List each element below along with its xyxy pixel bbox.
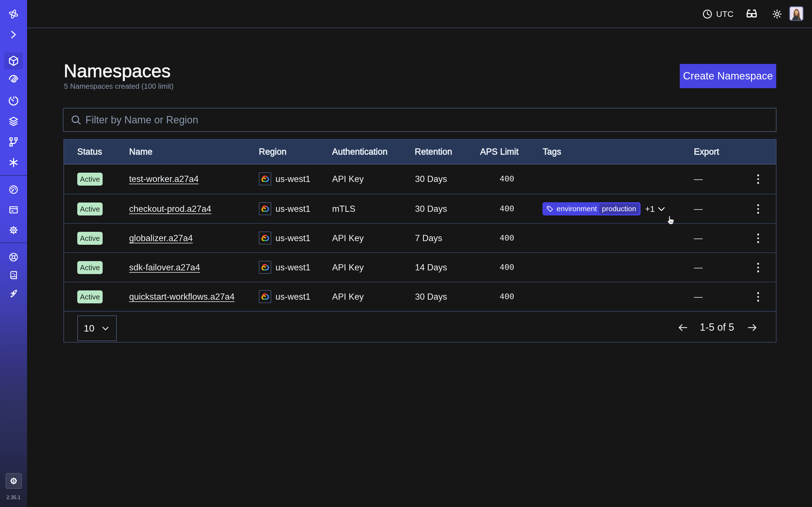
svg-text:$: $: [13, 479, 15, 483]
